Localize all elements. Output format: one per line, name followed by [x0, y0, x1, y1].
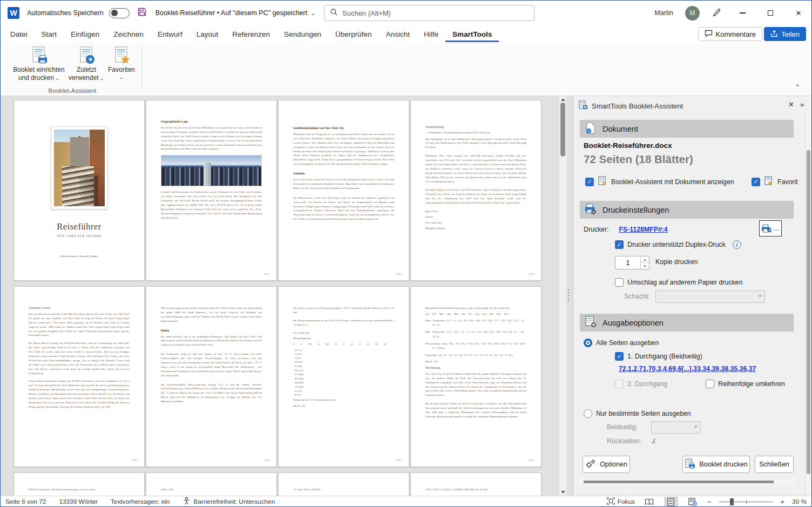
user-name[interactable]: Martin	[654, 9, 673, 17]
page-footer: SEITE 2	[396, 273, 403, 275]
read-mode-button[interactable]	[642, 497, 657, 507]
page-indicator[interactable]: Seite 6 von 72	[5, 498, 46, 505]
checkbox-checked[interactable]: ✓	[585, 178, 594, 186]
tab-ueberpruefen[interactable]: Überprüfen	[328, 28, 379, 42]
collapse-pane-icon[interactable]: »	[800, 100, 804, 109]
radio-selected[interactable]	[584, 339, 592, 347]
tab-hilfe[interactable]: Hilfe	[417, 28, 445, 42]
scrollbar-thumb[interactable]	[807, 150, 810, 474]
maximize-button[interactable]	[762, 5, 779, 21]
checkbox-unchecked[interactable]	[706, 380, 714, 388]
tab-smarttools[interactable]: SmartTools	[445, 28, 499, 42]
checkbox-unchecked[interactable]	[615, 278, 624, 287]
zuletzt-verwendet-button[interactable]: Zuletzt verwendet⌄	[68, 45, 105, 82]
collapse-ribbon-icon[interactable]: ⌃	[795, 83, 801, 91]
document-title[interactable]: Booklet-Reiseführer • Auf "diesem PC" ge…	[155, 9, 316, 17]
document-page[interactable]: 1660 1.500	[146, 472, 277, 496]
duplex-option[interactable]: ✓ Drucker unterstützt Duplex-Druck i	[615, 240, 741, 249]
caption-line: New York City	[425, 221, 526, 224]
booklet-einrichten-drucken-button[interactable]: Booklet einrichten und drucken⌄	[10, 45, 68, 82]
scroll-down-icon[interactable]	[561, 491, 565, 494]
favorit-option[interactable]: ✓ Favorit	[752, 176, 798, 187]
tab-einfuegen[interactable]: Einfügen	[64, 28, 106, 42]
fokus-button[interactable]: Fokus	[607, 497, 635, 506]
save-icon[interactable]	[137, 7, 147, 19]
minimize-button[interactable]	[734, 5, 750, 21]
spin-up-icon[interactable]: ▲	[641, 256, 649, 262]
printer-link[interactable]: FS-1128MFP#:4	[619, 226, 667, 233]
tab-datei[interactable]: Datei	[3, 28, 35, 42]
zoom-slider-thumb[interactable]	[730, 498, 734, 505]
bestimmte-seiten-option[interactable]: Nur bestimmte Seiten ausgeben	[584, 409, 691, 418]
tab-referenzen[interactable]: Referenzen	[225, 28, 277, 42]
radio-unselected[interactable]	[584, 409, 592, 418]
checkbox-checked[interactable]: ✓	[752, 178, 760, 186]
caption-line: Temperatur in °C, Niederschlag in mm	[293, 398, 394, 401]
close-button[interactable]: ✕	[790, 5, 807, 21]
durchgang1-option[interactable]: ✓ 1. Durchgang (Beidseitig)	[615, 352, 702, 361]
climate-row: 97 2820	[295, 373, 394, 376]
print-layout-button[interactable]	[664, 497, 678, 507]
tab-entwurf[interactable]: Entwurf	[151, 28, 190, 42]
scroll-up-icon[interactable]	[561, 98, 565, 101]
scrollbar-thumb[interactable]	[584, 481, 774, 483]
select-printer-button[interactable]: …	[759, 220, 782, 236]
avatar[interactable]: M	[685, 6, 700, 21]
show-with-document-option[interactable]: ✓ Booklet-Assistent mit Dokument anzeige…	[585, 176, 734, 187]
info-icon[interactable]: i	[733, 240, 741, 249]
optionen-button[interactable]: Optionen	[583, 456, 630, 473]
scrollbar-thumb[interactable]	[560, 103, 565, 157]
text-predictions[interactable]: Textvorhersagen: ein	[111, 498, 170, 505]
booklet-drucken-button[interactable]: Booklet drucken	[682, 456, 750, 473]
zoom-in-button[interactable]: +	[781, 498, 785, 506]
tab-sendungen[interactable]: Sendungen	[277, 28, 328, 42]
copies-stepper[interactable]: 1 ▲▼	[615, 256, 649, 269]
document-page[interactable]: 15. April 1910 4.766.883	[278, 472, 409, 496]
document-page[interactable]: Stadtgliederung → Hauptartikel: Verwaltu…	[410, 100, 542, 281]
pane-horizontal-scrollbar[interactable]	[578, 479, 795, 485]
favoriten-button[interactable]: Favoriten⌄	[106, 45, 137, 81]
share-button[interactable]: Teilen	[764, 27, 806, 41]
pane-resize-handle[interactable]	[567, 289, 570, 302]
document-page[interactable]: Vereinigte Staaten Queens (Queens County…	[13, 286, 145, 467]
reihenfolge-option[interactable]: Reihenfolge umkehren	[706, 380, 785, 388]
document-page[interactable]: Geographische Lage New York City hat sic…	[146, 100, 277, 281]
pane-vertical-scrollbar[interactable]	[806, 96, 810, 496]
search-input[interactable]	[342, 9, 515, 17]
search-box[interactable]	[324, 5, 534, 21]
document-page[interactable]: 1950 2.738.175 14.971 1.550.849 5.482.19…	[410, 472, 542, 496]
close-pane-icon[interactable]: ✕	[788, 100, 794, 109]
tab-start[interactable]: Start	[35, 28, 64, 42]
zoom-out-button[interactable]: −	[707, 498, 712, 506]
document-page[interactable]: Die tiefste je gemessene Temperatur lieg…	[278, 286, 409, 467]
document-page[interactable]: Satellitenaufnahme von New York City Man…	[278, 100, 409, 281]
accessibility-status[interactable]: Barrierefreiheit: Untersuchen	[182, 497, 275, 506]
tab-ansicht[interactable]: Ansicht	[379, 28, 417, 42]
document-scrollbar[interactable]	[559, 96, 566, 496]
checkbox-checked[interactable]: ✓	[615, 352, 624, 361]
web-layout-button[interactable]	[686, 497, 700, 507]
zoom-level[interactable]: 30 %	[792, 498, 807, 505]
alle-seiten-option[interactable]: Alle Seiten ausgeben	[584, 339, 659, 347]
chevron-down-icon: ⌄	[99, 75, 104, 81]
umschlag-option[interactable]: Umschlag auf anderem Papier drucken	[615, 278, 742, 287]
schliessen-button[interactable]: Schließen	[755, 456, 794, 473]
spin-down-icon[interactable]: ▼	[641, 262, 649, 269]
tab-layout[interactable]: Layout	[190, 28, 226, 42]
checkbox-checked[interactable]: ✓	[615, 240, 624, 249]
autosave-toggle[interactable]	[109, 8, 130, 18]
word-app-icon[interactable]: W	[8, 7, 19, 19]
copies-value[interactable]: 1	[615, 256, 640, 269]
page-order-link[interactable]: 72,1,2,71,70,3,4,69,6[...],33,34,39,38,3…	[619, 365, 756, 373]
document-page[interactable]: Reiseführer NEW YORK FÜR INSIDER Windows…	[13, 100, 145, 281]
document-page[interactable]: NYCHA insgesamt 178.000 Sozialwohnungen,…	[13, 472, 145, 496]
tab-zeichnen[interactable]: Zeichnen	[106, 28, 151, 42]
climate-row: 99 256	[295, 361, 394, 363]
editor-pen-icon[interactable]	[712, 6, 722, 19]
comments-button[interactable]: Kommentare	[698, 27, 762, 41]
document-page[interactable]: Hill, ist auch zugleich der höchste Punk…	[146, 286, 277, 467]
document-page[interactable]: Monatliche Durchschnittstemperaturen und…	[410, 286, 542, 467]
zoom-slider[interactable]	[719, 497, 773, 507]
word-count[interactable]: 13339 Wörter	[59, 498, 97, 505]
option-label: Drucker unterstützt Duplex-Druck	[627, 241, 726, 248]
